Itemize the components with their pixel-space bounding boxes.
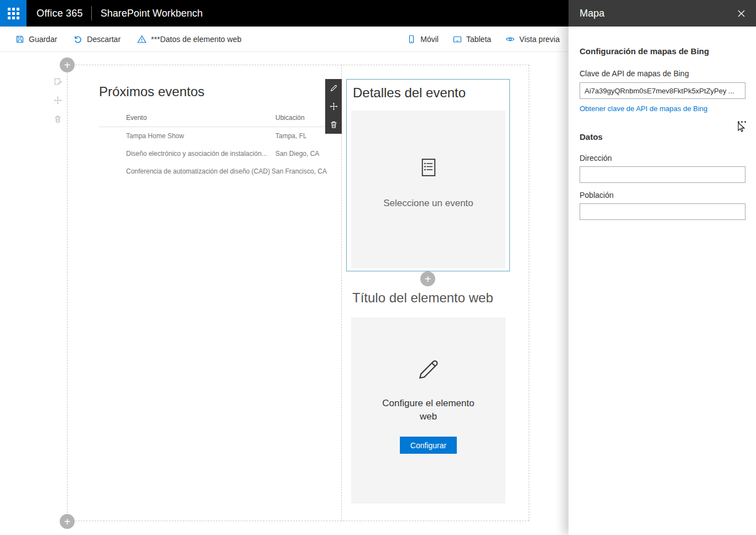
webpart-data-status: ***Datos de elemento web [137, 35, 241, 44]
direccion-field[interactable] [580, 166, 745, 183]
events-table-header: Evento Ubicación [99, 109, 327, 127]
event-list-icon [418, 157, 439, 178]
warning-icon [137, 35, 147, 44]
workbench-canvas: + + + [0, 52, 569, 535]
mobile-label: Móvil [420, 35, 439, 44]
app-launcher-button[interactable] [0, 0, 27, 27]
save-icon [15, 35, 24, 44]
configure-placeholder-text: Configure el elemento web [380, 397, 477, 423]
pencil-icon [330, 84, 338, 92]
event-location: San Francisco, CA [272, 167, 327, 175]
move-webpart-button[interactable] [325, 97, 342, 116]
get-api-key-link[interactable]: Obtener clave de API de mapas de Bing [580, 104, 707, 113]
save-button[interactable]: Guardar [15, 35, 57, 44]
event-name: Conferencia de automatización del diseño… [126, 167, 272, 175]
delete-section-button[interactable] [54, 115, 62, 125]
preview-label: Vista previa [519, 35, 560, 44]
trash-icon [330, 120, 338, 129]
title-webpart-heading: Título del elemento web [352, 290, 493, 306]
poblacion-field[interactable] [580, 203, 745, 220]
events-webpart-title: Próximos eventos [99, 84, 327, 99]
configure-placeholder-box: Configure el elemento web Configurar [351, 317, 505, 503]
webpart-toolbar [325, 79, 342, 134]
screen: Office 365 SharePoint Workbench Guardar … [0, 0, 756, 535]
bing-section-heading: Configuración de mapas de Bing [580, 46, 745, 56]
undo-icon [74, 35, 82, 44]
add-section-button-bottom[interactable]: + [60, 514, 75, 529]
add-section-button-top[interactable]: + [60, 57, 75, 72]
command-bar: Guardar Descartar ***Datos de elemento w… [0, 27, 569, 52]
api-key-field[interactable] [580, 82, 745, 99]
datos-section-heading: Datos [580, 132, 745, 141]
command-bar-left: Guardar Descartar ***Datos de elemento w… [15, 35, 258, 44]
property-pane: Mapa Configuración de mapas de Bing Clav… [569, 0, 756, 535]
event-name: Diseño electrónico y asociación de insta… [126, 150, 275, 158]
event-name: Tampa Home Show [126, 132, 275, 140]
event-details-webpart[interactable]: Detalles del evento Seleccione un evento [346, 79, 510, 271]
details-webpart-title: Detalles del evento [353, 85, 509, 101]
move-icon [330, 102, 338, 111]
preview-eye-icon [505, 35, 515, 44]
event-location: San Diego, CA [275, 150, 327, 158]
property-pane-title: Mapa [580, 8, 604, 19]
column-header-evento: Evento [126, 114, 275, 122]
tablet-label: Tableta [466, 35, 491, 44]
column-header-ubicacion: Ubicación [275, 114, 327, 122]
waffle-icon [8, 8, 19, 19]
close-pane-button[interactable] [735, 7, 748, 20]
events-webpart: Próximos eventos Evento Ubicación Tampa … [99, 84, 327, 180]
table-row[interactable]: Tampa Home Show Tampa, FL [99, 127, 327, 145]
close-icon [738, 10, 745, 17]
tablet-icon [453, 35, 462, 44]
command-bar-right: Móvil Tableta Vista previa [393, 35, 560, 44]
delete-webpart-button[interactable] [325, 116, 342, 134]
pencil-icon [415, 356, 442, 382]
details-placeholder-box: Seleccione un evento [351, 111, 505, 268]
app-title: SharePoint Workbench [91, 6, 203, 20]
move-section-button[interactable] [54, 96, 62, 107]
trash-icon [54, 115, 62, 123]
status-label: ***Datos de elemento web [151, 35, 241, 44]
preview-button[interactable]: Vista previa [505, 35, 560, 44]
events-table: Evento Ubicación Tampa Home Show Tampa, … [99, 109, 327, 180]
section-rail [54, 77, 62, 125]
edit-webpart-button[interactable] [325, 79, 342, 97]
mobile-icon [407, 35, 416, 44]
discard-button[interactable]: Descartar [74, 35, 121, 44]
more-options-button[interactable] [737, 119, 747, 125]
save-label: Guardar [29, 35, 57, 44]
add-webpart-button-middle[interactable]: + [420, 271, 435, 286]
details-placeholder-text: Seleccione un evento [383, 198, 473, 209]
table-row[interactable]: Diseño electrónico y asociación de insta… [99, 145, 327, 162]
move-icon [54, 96, 62, 104]
poblacion-label: Población [580, 191, 745, 200]
event-location: Tampa, FL [275, 132, 327, 140]
property-pane-header: Mapa [569, 0, 756, 27]
table-row[interactable]: Conferencia de automatización del diseño… [99, 162, 327, 180]
discard-label: Descartar [87, 35, 121, 44]
tablet-preview-button[interactable]: Tableta [453, 35, 491, 44]
direccion-label: Dirección [580, 154, 745, 162]
api-key-label: Clave de API de mapas de Bing [580, 69, 745, 78]
property-pane-body: Configuración de mapas de Bing Clave de … [569, 27, 756, 220]
edit-section-button[interactable] [54, 77, 62, 88]
edit-note-icon [54, 77, 62, 86]
suite-bar: Office 365 SharePoint Workbench [0, 0, 569, 27]
mobile-preview-button[interactable]: Móvil [407, 35, 439, 44]
brand-title: Office 365 [37, 8, 83, 19]
configure-button[interactable]: Configurar [400, 437, 457, 454]
